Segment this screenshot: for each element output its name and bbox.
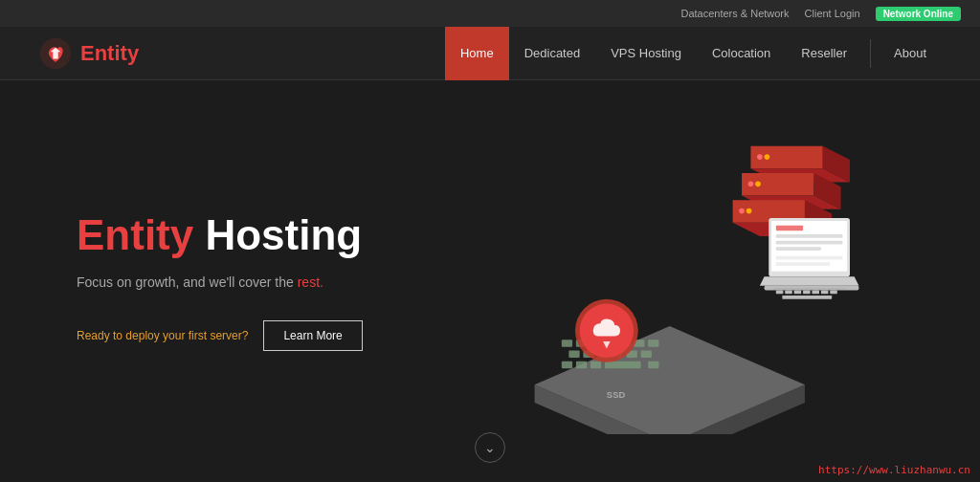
hero-content: Entity Hosting Focus on growth, and we'l… bbox=[77, 211, 490, 352]
svg-point-40 bbox=[746, 208, 752, 214]
nav-item-about[interactable]: About bbox=[879, 27, 942, 80]
svg-rect-56 bbox=[812, 290, 819, 294]
learn-more-button[interactable]: Learn More bbox=[263, 320, 362, 351]
svg-rect-46 bbox=[776, 247, 821, 251]
nav-item-dedicated[interactable]: Dedicated bbox=[509, 27, 596, 80]
nav-links: Home Dedicated VPS Hosting Colocation Re… bbox=[445, 27, 942, 80]
hero-section: Entity Hosting Focus on growth, and we'l… bbox=[0, 80, 980, 482]
server-illustration-svg: SSD bbox=[515, 128, 879, 434]
hero-title-normal: Hosting bbox=[193, 211, 362, 258]
svg-point-37 bbox=[748, 182, 754, 187]
svg-text:SSD: SSD bbox=[607, 389, 626, 400]
watermark: https://www.liuzhanwu.cn bbox=[818, 464, 970, 476]
svg-rect-19 bbox=[590, 362, 601, 369]
hero-title-highlight: Entity bbox=[77, 211, 193, 258]
svg-point-36 bbox=[765, 154, 770, 160]
svg-rect-10 bbox=[648, 340, 658, 347]
logo[interactable]: Entity bbox=[38, 36, 139, 71]
network-status-badge: Network Online bbox=[876, 7, 961, 21]
svg-rect-11 bbox=[568, 350, 579, 358]
svg-rect-20 bbox=[605, 362, 641, 369]
hero-title: Entity Hosting bbox=[77, 211, 490, 260]
hero-subtitle: Focus on growth, and we'll cover the res… bbox=[77, 274, 490, 290]
svg-marker-49 bbox=[760, 276, 859, 285]
svg-rect-18 bbox=[576, 362, 587, 369]
svg-rect-55 bbox=[803, 290, 811, 294]
svg-rect-44 bbox=[776, 234, 843, 238]
nav-item-home[interactable]: Home bbox=[445, 27, 509, 80]
svg-rect-43 bbox=[776, 226, 803, 231]
nav-item-colocation[interactable]: Colocation bbox=[697, 27, 786, 80]
hero-cta-text: Ready to deploy your first server? bbox=[77, 329, 248, 342]
logo-icon bbox=[38, 36, 73, 71]
svg-rect-54 bbox=[794, 290, 802, 294]
svg-rect-50 bbox=[765, 286, 859, 291]
svg-point-38 bbox=[755, 182, 761, 187]
svg-rect-52 bbox=[776, 290, 784, 294]
svg-point-35 bbox=[757, 154, 763, 160]
hero-subtitle-accent: rest. bbox=[298, 274, 323, 290]
scroll-indicator[interactable]: ⌄ bbox=[475, 432, 505, 463]
nav-divider bbox=[870, 39, 871, 68]
svg-rect-53 bbox=[785, 290, 792, 294]
svg-rect-4 bbox=[562, 340, 572, 347]
svg-point-39 bbox=[739, 208, 745, 214]
hero-illustration: SSD bbox=[490, 80, 903, 482]
svg-rect-51 bbox=[773, 289, 845, 290]
svg-rect-21 bbox=[648, 362, 658, 369]
svg-rect-57 bbox=[821, 290, 829, 294]
topbar-client-login-link[interactable]: Client Login bbox=[805, 8, 860, 19]
svg-rect-58 bbox=[830, 290, 837, 294]
topbar: Datacenters & Network Client Login Netwo… bbox=[0, 0, 980, 27]
svg-rect-47 bbox=[776, 256, 843, 260]
topbar-datacenters-link[interactable]: Datacenters & Network bbox=[680, 8, 789, 19]
svg-rect-16 bbox=[641, 350, 652, 358]
svg-rect-45 bbox=[776, 241, 843, 245]
navbar: Entity Home Dedicated VPS Hosting Coloca… bbox=[0, 27, 980, 80]
logo-text: Entity bbox=[80, 41, 139, 66]
hero-cta: Ready to deploy your first server? Learn… bbox=[77, 320, 490, 351]
svg-rect-17 bbox=[562, 362, 572, 369]
nav-item-reseller[interactable]: Reseller bbox=[786, 27, 862, 80]
svg-rect-48 bbox=[776, 262, 830, 266]
nav-item-vps[interactable]: VPS Hosting bbox=[595, 27, 697, 80]
svg-rect-59 bbox=[782, 296, 832, 299]
